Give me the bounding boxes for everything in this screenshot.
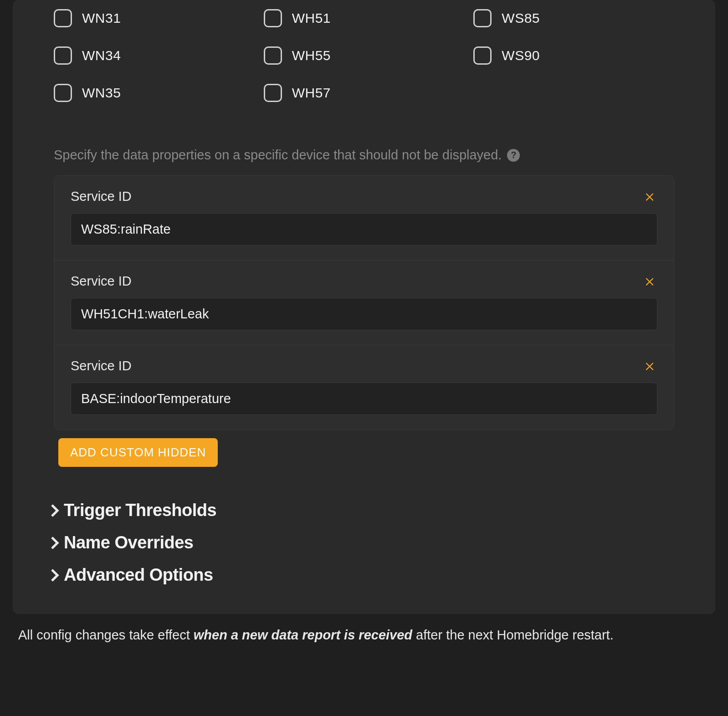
checkbox-row-wn35: WN35 bbox=[54, 84, 255, 102]
service-id-card: Service ID bbox=[54, 176, 674, 261]
checkbox-label: WS90 bbox=[502, 48, 540, 63]
chevron-right-icon bbox=[50, 504, 59, 517]
remove-button[interactable] bbox=[642, 273, 657, 289]
service-id-label: Service ID bbox=[71, 358, 132, 373]
checkbox-row-wn34: WN34 bbox=[54, 46, 255, 65]
footer-emphasis: when a new data report is received bbox=[194, 628, 412, 642]
accordion-name-overrides[interactable]: Name Overrides bbox=[50, 527, 674, 559]
service-id-label: Service ID bbox=[71, 274, 132, 289]
checkbox-row-ws85: WS85 bbox=[473, 9, 674, 27]
chevron-right-icon bbox=[50, 568, 59, 582]
checkbox-label: WN35 bbox=[82, 85, 121, 101]
footer-note: All config changes take effect when a ne… bbox=[0, 614, 728, 643]
checkbox-wn34[interactable] bbox=[54, 46, 72, 65]
accordion-trigger-thresholds[interactable]: Trigger Thresholds bbox=[50, 494, 674, 527]
service-id-card: Service ID bbox=[54, 345, 674, 430]
close-icon bbox=[644, 360, 656, 372]
service-id-label: Service ID bbox=[71, 189, 132, 204]
service-id-card: Service ID bbox=[54, 261, 674, 345]
checkbox-label: WN31 bbox=[82, 10, 121, 26]
checkbox-label: WS85 bbox=[502, 10, 540, 26]
checkbox-row-wn31: WN31 bbox=[54, 9, 255, 27]
checkbox-row-ws90: WS90 bbox=[473, 46, 674, 65]
service-id-input[interactable] bbox=[71, 383, 657, 415]
footer-suffix: after the next Homebridge restart. bbox=[412, 628, 614, 642]
service-id-list: Service ID Service ID Service ID bbox=[54, 175, 674, 430]
checkbox-wh51[interactable] bbox=[264, 9, 282, 27]
accordion-advanced-options[interactable]: Advanced Options bbox=[50, 559, 674, 591]
checkbox-row-wh57: WH57 bbox=[264, 84, 465, 102]
close-icon bbox=[644, 190, 656, 202]
config-panel: WN31 WH51 WS85 WN34 WH55 WS90 WN35 WH bbox=[13, 0, 715, 614]
accordion-title: Name Overrides bbox=[64, 533, 194, 552]
chevron-right-icon bbox=[50, 536, 59, 550]
service-id-input[interactable] bbox=[71, 298, 657, 330]
sensor-checkbox-grid: WN31 WH51 WS85 WN34 WH55 WS90 WN35 WH bbox=[13, 0, 715, 120]
checkbox-ws85[interactable] bbox=[473, 9, 492, 27]
checkbox-wn35[interactable] bbox=[54, 84, 72, 102]
checkbox-label: WH51 bbox=[292, 10, 331, 26]
checkbox-wh57[interactable] bbox=[264, 84, 282, 102]
checkbox-label: WN34 bbox=[82, 48, 121, 63]
checkbox-wh55[interactable] bbox=[264, 46, 282, 65]
remove-button[interactable] bbox=[642, 358, 657, 373]
help-text: Specify the data properties on a specifi… bbox=[13, 120, 715, 175]
help-text-content: Specify the data properties on a specifi… bbox=[54, 148, 502, 163]
checkbox-row-wh51: WH51 bbox=[264, 9, 465, 27]
accordion-group: Trigger Thresholds Name Overrides Advanc… bbox=[13, 467, 715, 596]
checkbox-label: WH57 bbox=[292, 85, 331, 101]
checkbox-wn31[interactable] bbox=[54, 9, 72, 27]
close-icon bbox=[644, 275, 656, 287]
checkbox-ws90[interactable] bbox=[473, 46, 492, 65]
checkbox-row-wh55: WH55 bbox=[264, 46, 465, 65]
help-icon[interactable]: ? bbox=[507, 149, 520, 162]
remove-button[interactable] bbox=[642, 189, 657, 204]
add-custom-hidden-button[interactable]: ADD CUSTOM HIDDEN bbox=[58, 438, 218, 467]
service-id-input[interactable] bbox=[71, 213, 657, 245]
accordion-title: Trigger Thresholds bbox=[64, 501, 216, 520]
footer-prefix: All config changes take effect bbox=[18, 628, 194, 642]
checkbox-label: WH55 bbox=[292, 48, 331, 63]
accordion-title: Advanced Options bbox=[64, 565, 213, 585]
